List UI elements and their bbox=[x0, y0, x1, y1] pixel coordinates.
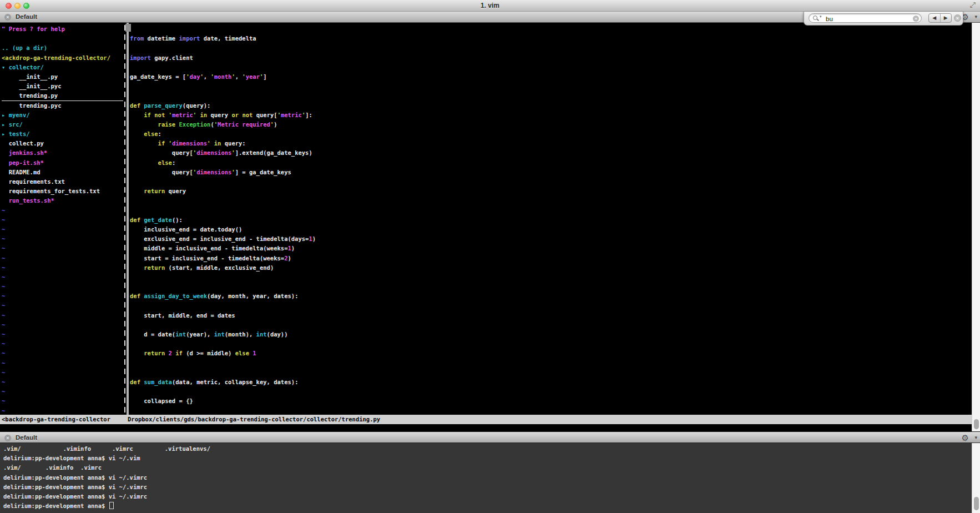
gear-icon-bottom[interactable]: ⚙ bbox=[962, 433, 969, 443]
code-line bbox=[130, 63, 316, 72]
code-line: raise Exception('Metric required') bbox=[130, 120, 316, 129]
tree-row[interactable]: pep-it.sh* bbox=[2, 158, 123, 168]
code-line: else: bbox=[130, 129, 316, 139]
code-line bbox=[130, 91, 316, 100]
empty-line-tilde: ~ bbox=[2, 234, 123, 244]
code-line bbox=[130, 196, 316, 205]
tree-row[interactable]: .. (up a dir) bbox=[2, 43, 123, 53]
find-next-button[interactable]: ▶ bbox=[941, 14, 952, 22]
find-previous-button[interactable]: ◀ bbox=[929, 14, 941, 22]
tab-close-icon-bottom[interactable]: × bbox=[4, 435, 11, 441]
vim-terminal: " Press ? for help.. (up a dir)<ackdrop-… bbox=[0, 23, 980, 431]
code-line: d = date(int(year), int(month), int(day)… bbox=[130, 330, 316, 339]
window-title: 1. vim bbox=[0, 2, 980, 9]
find-nav-group: ◀ ▶ bbox=[928, 13, 952, 23]
code-line: collapsed = {} bbox=[130, 396, 316, 406]
nerdtree: " Press ? for help.. (up a dir)<ackdrop-… bbox=[2, 24, 123, 416]
empty-line-tilde: ~ bbox=[2, 291, 123, 301]
tree-row[interactable]: ▸ src/ bbox=[2, 120, 123, 129]
code-line: start = inclusive_end - timedelta(weeks=… bbox=[130, 254, 316, 263]
scrollbar-top[interactable] bbox=[972, 23, 980, 431]
clear-search-icon[interactable]: × bbox=[913, 16, 919, 22]
tree-row[interactable]: requirements.txt bbox=[2, 177, 123, 187]
tree-row[interactable]: README.md bbox=[2, 168, 123, 177]
code-line bbox=[130, 43, 316, 53]
code-line: def sum_data(data, metric, collapse_key,… bbox=[130, 378, 316, 387]
empty-line-tilde: ~ bbox=[2, 359, 123, 368]
empty-line-tilde: ~ bbox=[2, 254, 123, 263]
search-field[interactable]: ▾ × bbox=[809, 13, 922, 23]
tree-row[interactable]: ▸ myenv/ bbox=[2, 110, 123, 120]
code-line bbox=[130, 282, 316, 291]
code-line bbox=[130, 301, 316, 310]
tree-row[interactable]: <ackdrop-ga-trending-collector/ bbox=[2, 53, 123, 63]
code-line bbox=[130, 387, 316, 396]
code-line bbox=[130, 359, 316, 368]
terminal-line: delirium:pp-development anna$ vi ~/.vim bbox=[3, 454, 210, 463]
code-line bbox=[130, 368, 316, 378]
code-line bbox=[130, 82, 316, 91]
code-line bbox=[130, 177, 316, 187]
vim-statusline: <backdrop-ga-trending-collector Dropbox/… bbox=[0, 415, 972, 424]
code-line bbox=[130, 273, 316, 282]
tree-row[interactable]: ▾ collector/ bbox=[2, 63, 123, 72]
statusline-left: <backdrop-ga-trending-collector bbox=[2, 415, 110, 424]
empty-line-tilde: ~ bbox=[2, 368, 123, 378]
tab-label[interactable]: Default bbox=[16, 13, 37, 20]
search-input[interactable] bbox=[825, 14, 905, 23]
empty-line-tilde: ~ bbox=[2, 244, 123, 253]
tree-row[interactable]: run_tests.sh* bbox=[2, 196, 123, 205]
tree-row[interactable]: collect.py bbox=[2, 139, 123, 148]
terminal-line: .vim/ .viminfo .vimrc .virtualenvs/ bbox=[3, 444, 210, 454]
tree-row[interactable]: requirements_for_tests.txt bbox=[2, 187, 123, 196]
code-line: from datetime import date, timedelta bbox=[130, 34, 316, 43]
code-line: def assign_day_to_week(day, month, year,… bbox=[130, 291, 316, 301]
tab-bar-bottom: × Default ⚙ ▾ bbox=[0, 431, 980, 443]
empty-line-tilde: ~ bbox=[2, 378, 123, 387]
search-options-caret-icon[interactable]: ▾ bbox=[820, 14, 822, 19]
shell-terminal: .vim/ .viminfo .vimrc .virtualenvs/delir… bbox=[0, 443, 972, 513]
code-line: inclusive_end = date.today() bbox=[130, 225, 316, 234]
find-close-button[interactable]: × bbox=[954, 14, 961, 22]
code-line bbox=[130, 24, 316, 34]
scrollbar-thumb-top[interactable] bbox=[974, 419, 979, 429]
find-bar: ▾ × ◀ ▶ × bbox=[804, 12, 963, 26]
fold-column bbox=[127, 23, 129, 415]
code-line: start, middle, end = dates bbox=[130, 311, 316, 320]
tree-row[interactable]: __init__.pyc bbox=[2, 82, 123, 91]
terminal-line: .vim/ .viminfo .vimrc bbox=[3, 463, 210, 472]
code-line: def get_date(): bbox=[130, 215, 316, 225]
empty-line-tilde: ~ bbox=[2, 215, 123, 225]
empty-line-tilde: ~ bbox=[2, 387, 123, 396]
code-line bbox=[130, 339, 316, 349]
empty-line-tilde: ~ bbox=[2, 263, 123, 273]
code-line: query['dimensions'] = ga_date_keys bbox=[130, 168, 316, 177]
tree-row[interactable]: __init__.py bbox=[2, 72, 123, 82]
tree-row[interactable]: trending.py bbox=[2, 91, 123, 100]
terminal-cursor bbox=[109, 502, 114, 509]
empty-line-tilde: ~ bbox=[2, 330, 123, 339]
tree-row[interactable]: jenkins.sh* bbox=[2, 148, 123, 158]
tree-row[interactable]: trending.pyc bbox=[2, 101, 123, 110]
chevron-down-icon-bottom[interactable]: ▾ bbox=[974, 435, 977, 440]
empty-line-tilde: ~ bbox=[2, 206, 123, 215]
statusline-gap bbox=[0, 424, 972, 431]
tree-row[interactable] bbox=[2, 34, 123, 43]
tree-row[interactable]: ▸ tests/ bbox=[2, 129, 123, 139]
scrollbar-thumb-bottom[interactable] bbox=[974, 497, 979, 510]
chevron-down-icon[interactable]: ▾ bbox=[974, 14, 977, 19]
code-line: ga_date_keys = ['day', 'month', 'year'] bbox=[130, 72, 316, 82]
empty-line-tilde: ~ bbox=[2, 273, 123, 282]
code-line: return 2 if (d >= middle) else 1 bbox=[130, 349, 316, 358]
tab-label-bottom[interactable]: Default bbox=[16, 434, 37, 441]
fullscreen-icon[interactable]: ⤢ bbox=[970, 1, 976, 9]
shell-output: .vim/ .viminfo .vimrc .virtualenvs/delir… bbox=[3, 444, 210, 511]
code-line: query['dimensions'].extend(ga_date_keys) bbox=[130, 148, 316, 158]
tree-row[interactable]: " Press ? for help bbox=[2, 24, 123, 34]
tab-close-icon[interactable]: × bbox=[4, 14, 11, 21]
scrollbar-bottom[interactable] bbox=[972, 443, 980, 513]
code-line: middle = inclusive_end - timedelta(weeks… bbox=[130, 244, 316, 253]
code-line: else: bbox=[130, 158, 316, 168]
empty-line-tilde: ~ bbox=[2, 282, 123, 291]
terminal-line: delirium:pp-development anna$ vi ~/.vimr… bbox=[3, 492, 210, 501]
